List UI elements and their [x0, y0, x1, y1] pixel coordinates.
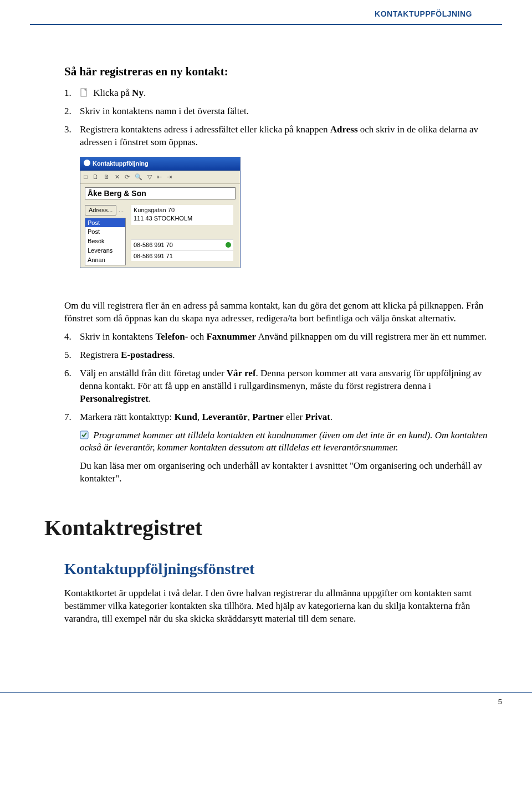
t: Markera rätt kontakttyp:	[80, 412, 174, 422]
step-text-a: Klicka på	[93, 88, 132, 98]
list-item-annan[interactable]: Annan	[85, 255, 125, 265]
step-4: 4. Skriv in kontaktens Telefon- och Faxn…	[64, 331, 488, 344]
note-text: Programmet kommer att tilldela kontakten…	[80, 430, 488, 453]
step-1: 1. Klicka på Ny.	[64, 87, 488, 100]
step-number: 7.	[64, 411, 80, 491]
step-number: 4.	[64, 331, 80, 344]
step-text: Klicka på Ny.	[80, 87, 488, 100]
step-number: 1.	[64, 87, 80, 100]
step-text: Välj en anställd från ditt företag under…	[80, 367, 488, 406]
steps-list-cont: 4. Skriv in kontaktens Telefon- och Faxn…	[64, 331, 488, 491]
t: Välj en anställd från ditt företag under	[80, 368, 227, 378]
list-item-post[interactable]: Post	[85, 227, 125, 237]
t: Faxnummer	[206, 331, 256, 342]
step-text-b: Adress	[330, 124, 358, 135]
steps-heading: Så här registreras en ny kontakt:	[64, 64, 488, 79]
step-7: 7. Markera rätt kontakttyp: Kund, Levera…	[64, 411, 488, 491]
address-row: Adress... … Post Post Besök Leverans Ann…	[80, 203, 240, 268]
step-number: 6.	[64, 367, 80, 406]
t: Leverantör	[202, 412, 248, 422]
toolbar: □ 🗋 🗎 ✕ ⟳ 🔍 ▽ ⇤ ⇥	[80, 171, 240, 184]
contact-name-input[interactable]	[85, 187, 236, 199]
step-number: 5.	[64, 349, 80, 362]
step-text: Registrera kontaktens adress i adressfäl…	[80, 124, 488, 149]
window-titlebar: Kontaktuppföljning	[80, 157, 240, 171]
step-2: 2. Skriv in kontaktens namn i det överst…	[64, 105, 488, 118]
window-title: Kontaktuppföljning	[93, 160, 149, 167]
section-steps: Så här registreras en ny kontakt: 1. Kli…	[44, 64, 488, 491]
list-item-leverans[interactable]: Leverans	[85, 246, 125, 255]
t: ,	[248, 412, 253, 422]
t: Telefon-	[155, 331, 188, 342]
step-text-c: .	[144, 88, 146, 98]
t: Personalregistret	[80, 393, 149, 404]
t: Kund	[174, 412, 197, 422]
t: Vår ref	[227, 368, 256, 378]
step-text: Skriv in kontaktens namn i det översta f…	[80, 105, 488, 118]
address-display: Kungsgatan 70 111 43 STOCKHOLM	[131, 205, 233, 225]
t: Partner	[252, 412, 284, 422]
address-line-2: 111 43 STOCKHOLM	[134, 214, 231, 223]
address-type-list[interactable]: Post Post Besök Leverans Annan	[85, 218, 126, 265]
step-text: Skriv in kontaktens Telefon- och Faxnumm…	[80, 331, 488, 344]
phone-1-value: 08-566 991 70	[134, 241, 173, 249]
t: ,	[197, 412, 202, 422]
note-block: Programmet kommer att tilldela kontakten…	[80, 429, 488, 455]
t: Skriv in kontaktens	[80, 331, 155, 342]
t: Använd pilknappen om du vill registrera …	[256, 331, 487, 342]
address-line-1: Kungsgatan 70	[134, 206, 231, 214]
t: Registrera	[80, 350, 121, 360]
list-item-besok[interactable]: Besök	[85, 237, 125, 246]
note-icon	[80, 430, 89, 439]
name-field-row	[80, 184, 240, 203]
heading-kontaktuppfoljningsfonstret: Kontaktuppföljningsfönstret	[64, 558, 488, 580]
new-document-icon	[80, 88, 89, 97]
address-button[interactable]: Adress...	[85, 205, 116, 216]
phone-row-1: 08-566 991 70	[131, 239, 233, 250]
step-number: 3.	[64, 124, 80, 149]
step-text: Markera rätt kontakttyp: Kund, Leverantö…	[80, 411, 488, 491]
step-number: 2.	[64, 105, 80, 118]
app-icon	[84, 160, 90, 166]
page-content: Så här registreras en ny kontakt: 1. Kli…	[0, 25, 532, 626]
app-screenshot: Kontaktuppföljning □ 🗋 🗎 ✕ ⟳ 🔍 ▽ ⇤ ⇥ Adr…	[80, 157, 241, 290]
t: eller	[284, 412, 305, 422]
section-kontaktuppfoljning: Kontaktuppföljningsfönstret Kontaktkorte…	[44, 558, 488, 626]
t: .	[330, 412, 332, 422]
t: Privat	[305, 412, 330, 422]
step-5: 5. Registrera E-postadress.	[64, 349, 488, 362]
list-item-post-selected[interactable]: Post	[85, 218, 125, 228]
t: E-postadress	[121, 350, 172, 360]
step-text: Registrera E-postadress.	[80, 349, 488, 362]
address-left-panel: Adress... … Post Post Besök Leverans Ann…	[80, 203, 129, 268]
section2-paragraph: Kontaktkortet är uppdelat i två delar. I…	[64, 587, 488, 626]
page-number: 5	[498, 698, 502, 706]
steps-list: 1. Klicka på Ny. 2. Skriv in kontaktens …	[64, 87, 488, 149]
chevron-down-icon[interactable]: …	[118, 207, 124, 213]
address-right-panel: Kungsgatan 70 111 43 STOCKHOLM 08-566 99…	[129, 203, 236, 268]
running-title: KONTAKTUPPFÖLJNING	[375, 9, 472, 18]
step-text-a: Registrera kontaktens adress i adressfäl…	[80, 124, 330, 135]
phone-2-value: 08-566 991 71	[134, 252, 173, 260]
step-6: 6. Välj en anställd från ditt företag un…	[64, 367, 488, 406]
step-3: 3. Registrera kontaktens adress i adress…	[64, 124, 488, 149]
phone-row-2: 08-566 991 71	[131, 250, 233, 262]
step-text-b: Ny	[132, 88, 144, 98]
t: och	[188, 331, 206, 342]
t: .	[172, 350, 175, 360]
heading-kontaktregistret: Kontaktregistret	[44, 513, 488, 543]
status-dot-icon	[226, 242, 231, 248]
page-footer: 5	[0, 692, 532, 707]
closing-paragraph: Du kan läsa mer om organisering och unde…	[80, 460, 488, 485]
paragraph-after-image: Om du vill registrera fler än en adress …	[64, 300, 488, 325]
app-window: Kontaktuppföljning □ 🗋 🗎 ✕ ⟳ 🔍 ▽ ⇤ ⇥ Adr…	[80, 157, 241, 268]
page-header: KONTAKTUPPFÖLJNING	[30, 0, 502, 25]
t: .	[149, 393, 151, 404]
